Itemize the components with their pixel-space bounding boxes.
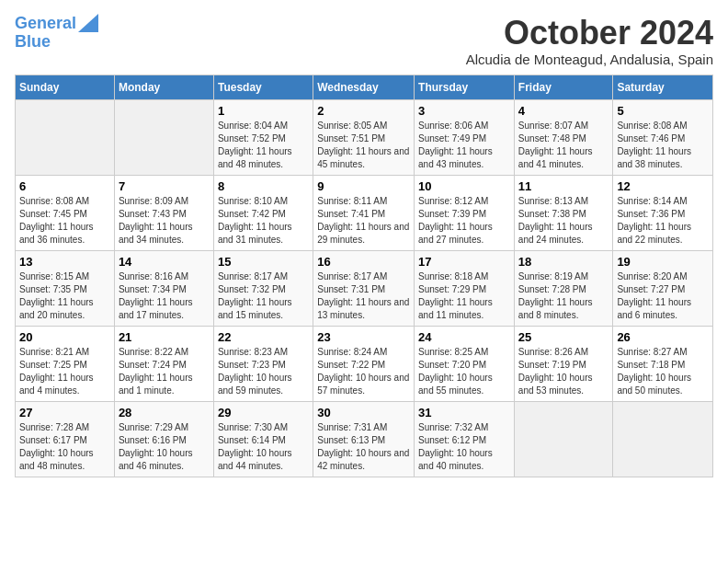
calendar-cell: 21Sunrise: 8:22 AMSunset: 7:24 PMDayligh… bbox=[114, 326, 213, 401]
day-header-sunday: Sunday bbox=[16, 75, 115, 99]
day-number: 30 bbox=[317, 406, 410, 419]
location-title: Alcudia de Monteagud, Andalusia, Spain bbox=[466, 52, 713, 67]
calendar-cell: 29Sunrise: 7:30 AMSunset: 6:14 PMDayligh… bbox=[213, 401, 313, 477]
day-detail: Sunrise: 8:18 AMSunset: 7:29 PMDaylight:… bbox=[418, 270, 510, 322]
day-number: 20 bbox=[19, 330, 110, 344]
day-number: 23 bbox=[317, 330, 410, 344]
calendar-cell: 23Sunrise: 8:24 AMSunset: 7:22 PMDayligh… bbox=[313, 326, 415, 401]
day-header-tuesday: Tuesday bbox=[213, 75, 313, 99]
calendar-cell: 17Sunrise: 8:18 AMSunset: 7:29 PMDayligh… bbox=[415, 250, 515, 326]
calendar-cell: 4Sunrise: 8:07 AMSunset: 7:48 PMDaylight… bbox=[514, 99, 613, 175]
week-row-1: 1Sunrise: 8:04 AMSunset: 7:52 PMDaylight… bbox=[16, 99, 713, 175]
day-detail: Sunrise: 8:08 AMSunset: 7:45 PMDaylight:… bbox=[19, 195, 110, 247]
calendar-cell: 24Sunrise: 8:25 AMSunset: 7:20 PMDayligh… bbox=[415, 326, 515, 401]
day-detail: Sunrise: 8:17 AMSunset: 7:31 PMDaylight:… bbox=[317, 270, 410, 322]
day-detail: Sunrise: 7:31 AMSunset: 6:13 PMDaylight:… bbox=[317, 421, 410, 473]
day-number: 4 bbox=[518, 104, 609, 118]
day-detail: Sunrise: 8:22 AMSunset: 7:24 PMDaylight:… bbox=[119, 346, 210, 397]
day-number: 27 bbox=[19, 406, 110, 419]
calendar-cell: 1Sunrise: 8:04 AMSunset: 7:52 PMDaylight… bbox=[213, 99, 313, 175]
day-detail: Sunrise: 8:09 AMSunset: 7:43 PMDaylight:… bbox=[119, 195, 210, 247]
day-number: 22 bbox=[218, 330, 309, 344]
calendar-cell: 16Sunrise: 8:17 AMSunset: 7:31 PMDayligh… bbox=[313, 250, 415, 326]
day-detail: Sunrise: 8:27 AMSunset: 7:18 PMDaylight:… bbox=[617, 346, 709, 397]
day-number: 21 bbox=[119, 330, 210, 344]
day-number: 7 bbox=[119, 179, 210, 193]
day-detail: Sunrise: 7:28 AMSunset: 6:17 PMDaylight:… bbox=[19, 421, 110, 473]
svg-marker-0 bbox=[78, 14, 98, 32]
day-detail: Sunrise: 8:12 AMSunset: 7:39 PMDaylight:… bbox=[418, 195, 510, 247]
month-title: October 2024 bbox=[466, 15, 713, 52]
day-detail: Sunrise: 8:14 AMSunset: 7:36 PMDaylight:… bbox=[617, 195, 709, 247]
calendar-cell: 14Sunrise: 8:16 AMSunset: 7:34 PMDayligh… bbox=[114, 250, 213, 326]
day-number: 15 bbox=[218, 255, 309, 269]
calendar-cell: 31Sunrise: 7:32 AMSunset: 6:12 PMDayligh… bbox=[415, 401, 515, 477]
day-number: 24 bbox=[418, 330, 510, 344]
day-detail: Sunrise: 8:19 AMSunset: 7:28 PMDaylight:… bbox=[518, 270, 609, 322]
day-number: 26 bbox=[617, 330, 709, 344]
day-detail: Sunrise: 8:24 AMSunset: 7:22 PMDaylight:… bbox=[317, 346, 410, 397]
day-number: 6 bbox=[19, 179, 110, 193]
logo: General Blue bbox=[15, 15, 98, 52]
day-number: 9 bbox=[317, 179, 410, 193]
calendar-cell: 13Sunrise: 8:15 AMSunset: 7:35 PMDayligh… bbox=[16, 250, 115, 326]
day-number: 25 bbox=[518, 330, 609, 344]
calendar-cell: 10Sunrise: 8:12 AMSunset: 7:39 PMDayligh… bbox=[415, 175, 515, 250]
day-header-wednesday: Wednesday bbox=[313, 75, 415, 99]
day-detail: Sunrise: 8:16 AMSunset: 7:34 PMDaylight:… bbox=[119, 270, 210, 322]
day-detail: Sunrise: 8:11 AMSunset: 7:41 PMDaylight:… bbox=[317, 195, 410, 247]
day-number: 31 bbox=[418, 406, 510, 419]
day-detail: Sunrise: 8:15 AMSunset: 7:35 PMDaylight:… bbox=[19, 270, 110, 322]
day-header-saturday: Saturday bbox=[613, 75, 713, 99]
calendar-header: SundayMondayTuesdayWednesdayThursdayFrid… bbox=[16, 75, 713, 99]
calendar-cell: 30Sunrise: 7:31 AMSunset: 6:13 PMDayligh… bbox=[313, 401, 415, 477]
calendar-cell bbox=[16, 99, 115, 175]
day-header-friday: Friday bbox=[514, 75, 613, 99]
day-detail: Sunrise: 8:25 AMSunset: 7:20 PMDaylight:… bbox=[418, 346, 510, 397]
day-number: 8 bbox=[218, 179, 309, 193]
day-number: 16 bbox=[317, 255, 410, 269]
week-row-2: 6Sunrise: 8:08 AMSunset: 7:45 PMDaylight… bbox=[16, 175, 713, 250]
calendar-cell: 9Sunrise: 8:11 AMSunset: 7:41 PMDaylight… bbox=[313, 175, 415, 250]
week-row-3: 13Sunrise: 8:15 AMSunset: 7:35 PMDayligh… bbox=[16, 250, 713, 326]
day-number: 5 bbox=[617, 104, 709, 118]
day-number: 10 bbox=[418, 179, 510, 193]
calendar-table: SundayMondayTuesdayWednesdayThursdayFrid… bbox=[15, 75, 713, 477]
day-detail: Sunrise: 8:05 AMSunset: 7:51 PMDaylight:… bbox=[317, 120, 410, 171]
calendar-cell: 20Sunrise: 8:21 AMSunset: 7:25 PMDayligh… bbox=[16, 326, 115, 401]
calendar-cell: 15Sunrise: 8:17 AMSunset: 7:32 PMDayligh… bbox=[213, 250, 313, 326]
calendar-cell: 2Sunrise: 8:05 AMSunset: 7:51 PMDaylight… bbox=[313, 99, 415, 175]
day-number: 19 bbox=[617, 255, 709, 269]
logo-blue-text: Blue bbox=[15, 33, 98, 52]
calendar-body: 1Sunrise: 8:04 AMSunset: 7:52 PMDaylight… bbox=[16, 99, 713, 477]
calendar-cell: 22Sunrise: 8:23 AMSunset: 7:23 PMDayligh… bbox=[213, 326, 313, 401]
calendar-cell: 7Sunrise: 8:09 AMSunset: 7:43 PMDaylight… bbox=[114, 175, 213, 250]
day-detail: Sunrise: 8:06 AMSunset: 7:49 PMDaylight:… bbox=[418, 120, 510, 171]
day-detail: Sunrise: 8:21 AMSunset: 7:25 PMDaylight:… bbox=[19, 346, 110, 397]
day-detail: Sunrise: 8:20 AMSunset: 7:27 PMDaylight:… bbox=[617, 270, 709, 322]
day-header-monday: Monday bbox=[114, 75, 213, 99]
calendar-cell: 11Sunrise: 8:13 AMSunset: 7:38 PMDayligh… bbox=[514, 175, 613, 250]
day-number: 14 bbox=[119, 255, 210, 269]
day-detail: Sunrise: 7:29 AMSunset: 6:16 PMDaylight:… bbox=[119, 421, 210, 473]
day-number: 13 bbox=[19, 255, 110, 269]
day-detail: Sunrise: 8:17 AMSunset: 7:32 PMDaylight:… bbox=[218, 270, 309, 322]
calendar-cell: 25Sunrise: 8:26 AMSunset: 7:19 PMDayligh… bbox=[514, 326, 613, 401]
day-number: 1 bbox=[218, 104, 309, 118]
calendar-cell: 12Sunrise: 8:14 AMSunset: 7:36 PMDayligh… bbox=[613, 175, 713, 250]
day-detail: Sunrise: 8:23 AMSunset: 7:23 PMDaylight:… bbox=[218, 346, 309, 397]
day-number: 28 bbox=[119, 406, 210, 419]
calendar-cell: 18Sunrise: 8:19 AMSunset: 7:28 PMDayligh… bbox=[514, 250, 613, 326]
calendar-cell: 5Sunrise: 8:08 AMSunset: 7:46 PMDaylight… bbox=[613, 99, 713, 175]
day-number: 3 bbox=[418, 104, 510, 118]
day-number: 17 bbox=[418, 255, 510, 269]
day-detail: Sunrise: 8:08 AMSunset: 7:46 PMDaylight:… bbox=[617, 120, 709, 171]
day-header-thursday: Thursday bbox=[415, 75, 515, 99]
calendar-cell: 19Sunrise: 8:20 AMSunset: 7:27 PMDayligh… bbox=[613, 250, 713, 326]
calendar-cell: 27Sunrise: 7:28 AMSunset: 6:17 PMDayligh… bbox=[16, 401, 115, 477]
calendar-cell: 26Sunrise: 8:27 AMSunset: 7:18 PMDayligh… bbox=[613, 326, 713, 401]
day-number: 11 bbox=[518, 179, 609, 193]
title-block: October 2024 Alcudia de Monteagud, Andal… bbox=[466, 15, 713, 67]
calendar-cell: 8Sunrise: 8:10 AMSunset: 7:42 PMDaylight… bbox=[213, 175, 313, 250]
calendar-cell: 6Sunrise: 8:08 AMSunset: 7:45 PMDaylight… bbox=[16, 175, 115, 250]
